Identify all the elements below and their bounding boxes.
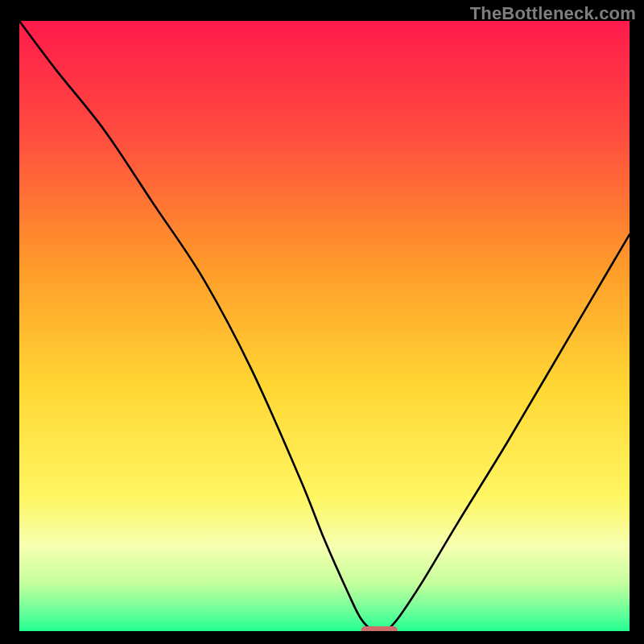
optimal-marker — [361, 626, 397, 631]
watermark-text: TheBottleneck.com — [470, 3, 636, 24]
plot-area — [19, 21, 630, 631]
chart-frame: TheBottleneck.com — [0, 0, 644, 644]
chart-svg — [19, 21, 630, 631]
